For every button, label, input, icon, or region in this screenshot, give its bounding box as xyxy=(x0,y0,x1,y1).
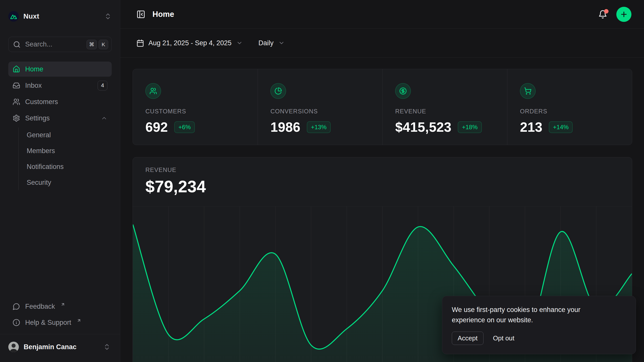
shopping-cart-icon xyxy=(520,83,536,99)
stats-row: CUSTOMERS 692 +6% CONVERSIONS 1986 +13% xyxy=(133,69,632,145)
search-icon xyxy=(13,41,21,48)
stat-value: 692 xyxy=(145,119,168,135)
inbox-icon xyxy=(13,82,20,89)
sidebar-collapse-icon[interactable] xyxy=(136,10,145,19)
sidebar-item-label: Help & Support xyxy=(25,319,71,327)
interval-value: Daily xyxy=(258,39,273,47)
external-link-icon xyxy=(61,302,65,307)
sidebar-nav: Home Inbox 4 Customers Settings Genera xyxy=(8,62,112,190)
search-placeholder: Search... xyxy=(25,40,52,48)
search-shortcut: ⌘ K xyxy=(87,40,108,49)
cookie-message: We use first-party cookies to enhance yo… xyxy=(452,305,608,325)
stat-label: ORDERS xyxy=(520,108,619,115)
users-icon xyxy=(13,98,20,106)
stat-card-customers[interactable]: CUSTOMERS 692 +6% xyxy=(133,69,258,145)
sidebar-item-feedback[interactable]: Feedback xyxy=(8,299,112,314)
accept-button[interactable]: Accept xyxy=(452,332,484,345)
kbd-k: K xyxy=(99,40,108,49)
info-circle-icon xyxy=(13,319,20,326)
stat-card-revenue[interactable]: REVENUE $415,523 +18% xyxy=(382,69,507,145)
stat-value: $415,523 xyxy=(395,119,451,135)
stat-value: 1986 xyxy=(270,119,300,135)
user-name: Benjamin Canac xyxy=(24,343,76,351)
revenue-label: REVENUE xyxy=(145,166,619,173)
users-icon xyxy=(145,83,161,99)
sidebar-item-customers[interactable]: Customers xyxy=(8,94,112,109)
chevron-down-icon xyxy=(278,40,285,46)
sidebar-item-notifications[interactable]: Notifications xyxy=(27,159,112,174)
add-button[interactable] xyxy=(616,7,631,22)
stat-card-orders[interactable]: ORDERS 213 +14% xyxy=(507,69,632,145)
sidebar-footer-nav: Feedback Help & Support xyxy=(8,299,112,330)
revenue-total: $79,234 xyxy=(145,177,619,196)
pie-chart-icon xyxy=(270,83,286,99)
sidebar-item-label: Customers xyxy=(25,98,58,106)
stat-change-badge: +6% xyxy=(174,121,195,133)
inbox-count-badge: 4 xyxy=(98,81,107,90)
sidebar-item-general[interactable]: General xyxy=(27,127,112,143)
kbd-meta: ⌘ xyxy=(87,40,97,49)
stat-label: REVENUE xyxy=(395,108,495,115)
gear-icon xyxy=(13,114,20,122)
sidebar: Nuxt Search... ⌘ K Home Inbox 4 xyxy=(0,0,120,362)
page-header: Home xyxy=(120,0,644,29)
sidebar-item-settings[interactable]: Settings xyxy=(8,111,112,126)
chevrons-up-down-icon xyxy=(103,343,111,351)
sidebar-item-members[interactable]: Members xyxy=(27,143,112,158)
revenue-panel-header: REVENUE $79,234 xyxy=(133,157,632,196)
home-icon xyxy=(13,65,20,73)
chevrons-up-down-icon[interactable] xyxy=(104,13,112,20)
stat-card-conversions[interactable]: CONVERSIONS 1986 +13% xyxy=(258,69,382,145)
notifications-bell-icon[interactable] xyxy=(598,10,607,19)
opt-out-button[interactable]: Opt out xyxy=(493,334,514,342)
page-title: Home xyxy=(152,10,174,19)
circle-dollar-icon xyxy=(395,83,411,99)
sidebar-item-label: Feedback xyxy=(25,303,55,310)
search-input[interactable]: Search... ⌘ K xyxy=(8,37,112,52)
date-range-value: Aug 21, 2025 - Sep 4, 2025 xyxy=(148,39,231,47)
interval-select[interactable]: Daily xyxy=(258,39,285,47)
sidebar-item-security[interactable]: Security xyxy=(27,175,112,190)
sidebar-divider xyxy=(0,334,120,334)
sidebar-item-label: Inbox xyxy=(25,82,42,89)
message-bubble-icon xyxy=(13,303,20,310)
stat-change-badge: +14% xyxy=(549,121,573,133)
nuxt-logo xyxy=(8,11,19,22)
stat-value: 213 xyxy=(520,119,542,135)
avatar xyxy=(8,342,19,352)
sidebar-item-help-support[interactable]: Help & Support xyxy=(8,315,112,330)
cookie-actions: Accept Opt out xyxy=(452,332,626,345)
external-link-icon xyxy=(77,318,81,323)
sidebar-item-label: Home xyxy=(25,65,43,73)
chevron-down-icon xyxy=(236,40,243,46)
notification-dot xyxy=(604,9,609,14)
settings-subnav: General Members Notifications Security xyxy=(18,127,112,190)
filters-toolbar: Aug 21, 2025 - Sep 4, 2025 Daily xyxy=(120,29,644,58)
stat-change-badge: +13% xyxy=(307,121,331,133)
sidebar-item-home[interactable]: Home xyxy=(8,62,112,77)
date-range-picker[interactable]: Aug 21, 2025 - Sep 4, 2025 xyxy=(136,39,243,47)
stat-change-badge: +18% xyxy=(458,121,481,133)
header-actions xyxy=(598,7,631,22)
calendar-icon xyxy=(136,39,144,47)
user-menu[interactable]: Benjamin Canac xyxy=(8,337,112,356)
stat-label: CONVERSIONS xyxy=(270,108,370,115)
workspace-switcher[interactable]: Nuxt xyxy=(8,11,112,22)
chevron-up-icon xyxy=(101,115,107,121)
sidebar-item-label: Settings xyxy=(25,114,50,122)
sidebar-item-inbox[interactable]: Inbox 4 xyxy=(8,78,112,93)
stat-label: CUSTOMERS xyxy=(145,108,245,115)
sidebar-spacer xyxy=(8,190,112,299)
cookie-banner: We use first-party cookies to enhance yo… xyxy=(442,296,636,354)
workspace-name: Nuxt xyxy=(23,12,39,20)
